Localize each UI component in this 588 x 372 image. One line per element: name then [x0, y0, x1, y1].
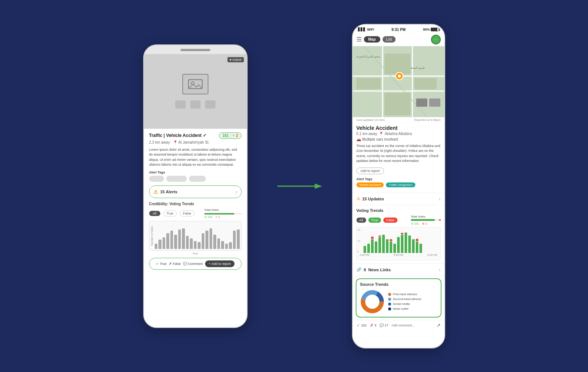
- chevron-right-icon: ›: [236, 189, 238, 195]
- vt-bar-pair: [408, 235, 411, 253]
- updates-chevron: ›: [439, 196, 441, 202]
- comment-icon: 💬: [380, 323, 384, 327]
- svg-rect-0: [188, 80, 202, 89]
- image-dots: [175, 100, 216, 109]
- ba-false[interactable]: ✗ 5: [370, 323, 377, 328]
- vt-bar-pair: [401, 233, 403, 253]
- image-placeholder: [182, 74, 208, 94]
- tag-placeholders: [149, 176, 242, 182]
- svg-point-24: [365, 295, 379, 308]
- dot3: [205, 100, 216, 109]
- add-to-report-btn[interactable]: Add to report: [356, 168, 384, 174]
- vt-bar-green-item: [419, 244, 422, 253]
- location-name: Aldahra Alkabira: [385, 132, 412, 136]
- false-btn[interactable]: ✗ False: [169, 262, 181, 266]
- share-icon[interactable]: ↗: [436, 322, 441, 328]
- news-links-label: News Links: [368, 268, 391, 272]
- vote-false-count: 2: [236, 134, 238, 138]
- add-report-btn[interactable]: + Add to report: [205, 260, 235, 267]
- legend-item-1: First-hand witness: [388, 293, 422, 296]
- chart-bar-item: [163, 237, 166, 249]
- vt-bar-green-item: [371, 239, 374, 253]
- vt-all-btn[interactable]: All: [356, 218, 366, 223]
- vt-bar-green-item: [364, 246, 366, 253]
- vt-bar-green-item: [401, 235, 403, 253]
- pin-icon: 📍: [379, 132, 383, 136]
- chart-bars: [151, 225, 240, 249]
- vt-bar-green-item: [416, 241, 418, 253]
- tab-list[interactable]: List: [383, 36, 396, 43]
- add-comment-input[interactable]: [392, 323, 433, 327]
- alert-tags-title: Alert Tags: [356, 177, 441, 181]
- incident-description: Lorem ipsum dolor sit amet, consectetur …: [149, 147, 242, 168]
- filter-true-btn[interactable]: True: [163, 210, 177, 216]
- hamburger-icon[interactable]: ☰: [356, 36, 362, 43]
- donut-chart: [360, 290, 384, 314]
- updates-row[interactable]: ⚠ 15 Updates ›: [353, 193, 444, 205]
- signal-icon: ▋▋▋: [358, 28, 366, 31]
- incident-name: Vehicle Accident: [356, 125, 441, 131]
- voting-trends-section: Voting Trends All True False Total Votes…: [353, 205, 444, 264]
- chart-bar-item: [182, 228, 185, 249]
- more-btn[interactable]: ···: [431, 35, 441, 44]
- vt-true-btn[interactable]: True: [368, 218, 381, 223]
- dot2: [190, 100, 201, 109]
- comment-btn[interactable]: 💬 Comment: [183, 262, 203, 266]
- vt-bar-green-item: [382, 235, 385, 253]
- alerts-count: 15 Alerts: [160, 190, 177, 194]
- news-links-count: 8: [364, 268, 366, 272]
- vt-bar-pair: [364, 246, 366, 253]
- chart-bar-item: [233, 231, 236, 248]
- incident-location: 2.3 km away 📍 Al Jamahirriyah St: [149, 140, 242, 144]
- active-badge: ● Active: [227, 57, 244, 62]
- tag-chip-1: Vehicle accident: [356, 182, 384, 187]
- vt-bar-pair: [412, 239, 415, 253]
- votes-bar-track: [204, 213, 242, 215]
- total-votes: Total Votes ⊙ 101 × 2: [204, 208, 242, 219]
- arrow-container: [277, 181, 322, 192]
- alert-tags-label: Alert Tags: [149, 171, 242, 174]
- vt-bar-red-item: [378, 235, 381, 236]
- chart-bar-item: [186, 236, 189, 248]
- legend-label-4: News outlet: [393, 307, 409, 310]
- tab-map[interactable]: Map: [364, 36, 380, 43]
- image-icon: [188, 78, 203, 91]
- vt-bar-wrap: [411, 219, 441, 221]
- incident-dist: 5.1 km away 📍 Aldahra Alkabira: [356, 132, 441, 136]
- vt-false-btn[interactable]: False: [383, 218, 397, 223]
- legend-item-4: News outlet: [388, 307, 422, 310]
- true-btn[interactable]: ✓ True: [156, 262, 167, 266]
- arrow-icon: [277, 181, 322, 192]
- filter-false-btn[interactable]: False: [180, 210, 195, 216]
- chart-bar-item: [166, 233, 169, 248]
- left-content: Traffic | Vehicle Accident ✓ 101 | × 2 2…: [144, 129, 247, 328]
- image-area: ● Active: [144, 54, 247, 129]
- chart-bar-item: [170, 231, 173, 248]
- vt-bar-green-item: [390, 241, 392, 253]
- updates-count: 15 Updates: [362, 197, 384, 201]
- ba-false-count: 5: [375, 323, 377, 327]
- vt-bar-green-item: [367, 244, 370, 253]
- legend-item-2: Second-hand witness: [388, 297, 422, 301]
- ba-true[interactable]: ✓ 101: [356, 323, 367, 328]
- chart-y-label: Number of Votes: [150, 226, 153, 245]
- vt-bar-pair: [382, 235, 385, 253]
- vt-bar-green: [411, 219, 435, 221]
- vt-bar-green-item: [393, 244, 396, 253]
- chart-bar-item: [210, 228, 213, 249]
- vt-chart-bars: [359, 229, 438, 253]
- vote-false-label: × 2: [216, 215, 220, 219]
- voting-chart: Number of Votes: [149, 221, 242, 251]
- vote-counts: ⊙ 101 × 2: [204, 215, 242, 219]
- filter-all-btn[interactable]: All: [149, 211, 160, 216]
- chart-bar-item: [225, 244, 228, 249]
- alerts-row[interactable]: ⚠ 15 Alerts ›: [149, 185, 242, 198]
- news-links-section[interactable]: 🔗 8 News Links ›: [353, 264, 444, 276]
- svg-rect-16: [416, 99, 427, 107]
- alert-triangle-icon: ⚠: [153, 189, 158, 195]
- battery-area: 90%: [423, 28, 439, 31]
- vt-bar-red: [439, 219, 441, 221]
- chart-bar-item: [205, 231, 208, 248]
- ba-comment[interactable]: 💬 17: [380, 323, 389, 327]
- vt-bar-green-item: [378, 237, 381, 253]
